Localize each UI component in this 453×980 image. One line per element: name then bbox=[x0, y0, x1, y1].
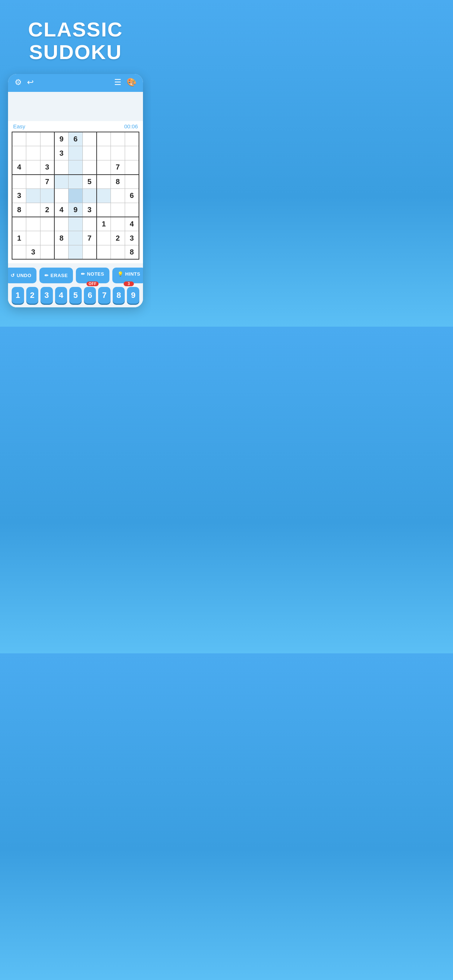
table-row[interactable]: 1 bbox=[12, 231, 26, 245]
table-row[interactable] bbox=[83, 132, 97, 146]
table-row[interactable] bbox=[40, 231, 54, 245]
table-row[interactable] bbox=[12, 217, 26, 231]
table-row[interactable]: 9 bbox=[54, 132, 69, 146]
table-row[interactable] bbox=[40, 188, 54, 203]
settings-icon[interactable]: ⚙ bbox=[14, 78, 22, 86]
table-row[interactable]: 7 bbox=[111, 161, 125, 175]
table-row[interactable] bbox=[97, 175, 111, 189]
table-row[interactable] bbox=[54, 175, 69, 189]
table-row[interactable] bbox=[40, 146, 54, 161]
table-row[interactable]: 4 bbox=[54, 203, 69, 217]
num-btn-5[interactable]: 5 bbox=[69, 287, 82, 304]
table-row[interactable]: 9 bbox=[69, 203, 83, 217]
table-row[interactable] bbox=[12, 132, 26, 146]
table-row[interactable] bbox=[97, 146, 111, 161]
table-row[interactable]: 3 bbox=[12, 188, 26, 203]
table-row[interactable] bbox=[111, 203, 125, 217]
table-row[interactable] bbox=[111, 245, 125, 259]
table-row[interactable]: 1 bbox=[97, 217, 111, 231]
table-row[interactable]: 3 bbox=[54, 146, 69, 161]
sudoku-grid[interactable]: 9634377583682493141872338 bbox=[12, 132, 139, 259]
table-row[interactable] bbox=[97, 161, 111, 175]
table-row[interactable]: 6 bbox=[125, 188, 139, 203]
table-row[interactable] bbox=[83, 245, 97, 259]
table-row[interactable]: 7 bbox=[40, 175, 54, 189]
table-row[interactable] bbox=[54, 245, 69, 259]
table-row[interactable] bbox=[40, 245, 54, 259]
table-row[interactable] bbox=[69, 231, 83, 245]
table-row[interactable] bbox=[111, 146, 125, 161]
num-btn-3[interactable]: 3 bbox=[40, 287, 53, 304]
table-row[interactable] bbox=[26, 161, 40, 175]
table-row[interactable] bbox=[26, 217, 40, 231]
table-row[interactable]: 5 bbox=[83, 175, 97, 189]
table-row[interactable] bbox=[125, 132, 139, 146]
num-btn-2[interactable]: 2 bbox=[26, 287, 39, 304]
table-row[interactable] bbox=[40, 217, 54, 231]
undo-button[interactable]: ↺ UNDO bbox=[8, 267, 37, 283]
table-row[interactable] bbox=[97, 245, 111, 259]
notes-button[interactable]: ✏ NOTES OFF bbox=[76, 267, 109, 283]
table-row[interactable]: 3 bbox=[125, 231, 139, 245]
table-row[interactable] bbox=[69, 188, 83, 203]
table-row[interactable]: 8 bbox=[12, 203, 26, 217]
undo-icon[interactable]: ↩ bbox=[27, 78, 33, 86]
menu-icon[interactable]: ☰ bbox=[114, 78, 121, 86]
table-row[interactable]: 6 bbox=[69, 132, 83, 146]
num-btn-1[interactable]: 1 bbox=[12, 287, 24, 304]
table-row[interactable] bbox=[125, 203, 139, 217]
table-row[interactable]: 2 bbox=[40, 203, 54, 217]
table-row[interactable] bbox=[83, 188, 97, 203]
table-row[interactable]: 3 bbox=[40, 161, 54, 175]
table-row[interactable] bbox=[26, 146, 40, 161]
table-row[interactable] bbox=[111, 217, 125, 231]
table-row[interactable] bbox=[26, 231, 40, 245]
table-row[interactable]: 7 bbox=[83, 231, 97, 245]
table-row[interactable] bbox=[125, 175, 139, 189]
table-row[interactable] bbox=[54, 188, 69, 203]
table-row[interactable]: 8 bbox=[54, 231, 69, 245]
erase-button[interactable]: ✏ ERASE bbox=[39, 267, 73, 283]
table-row[interactable] bbox=[69, 245, 83, 259]
num-btn-9[interactable]: 9 bbox=[127, 287, 139, 304]
table-row[interactable]: 4 bbox=[125, 217, 139, 231]
table-row[interactable] bbox=[26, 203, 40, 217]
table-row[interactable] bbox=[54, 161, 69, 175]
table-row[interactable] bbox=[97, 203, 111, 217]
table-row[interactable] bbox=[12, 146, 26, 161]
table-row[interactable]: 4 bbox=[12, 161, 26, 175]
table-row[interactable] bbox=[54, 217, 69, 231]
table-row[interactable] bbox=[26, 188, 40, 203]
table-row[interactable] bbox=[69, 175, 83, 189]
table-row[interactable]: 3 bbox=[83, 203, 97, 217]
table-row[interactable] bbox=[111, 132, 125, 146]
table-row[interactable]: 8 bbox=[111, 175, 125, 189]
table-row[interactable] bbox=[83, 217, 97, 231]
table-row[interactable] bbox=[111, 188, 125, 203]
table-row[interactable] bbox=[12, 245, 26, 259]
table-row[interactable] bbox=[97, 132, 111, 146]
table-row[interactable] bbox=[125, 161, 139, 175]
table-row[interactable]: 2 bbox=[111, 231, 125, 245]
num-btn-7[interactable]: 7 bbox=[98, 287, 110, 304]
table-row[interactable] bbox=[26, 175, 40, 189]
table-row[interactable] bbox=[26, 132, 40, 146]
table-row[interactable] bbox=[12, 175, 26, 189]
num-btn-6[interactable]: 6 bbox=[84, 287, 96, 304]
timer-display: 00:06 bbox=[124, 123, 138, 129]
hints-button[interactable]: 💡 HINTS 3 bbox=[112, 267, 143, 283]
num-btn-8[interactable]: 8 bbox=[113, 287, 125, 304]
table-row[interactable]: 8 bbox=[125, 245, 139, 259]
table-row[interactable] bbox=[40, 132, 54, 146]
table-row[interactable] bbox=[97, 188, 111, 203]
table-row[interactable] bbox=[69, 161, 83, 175]
table-row[interactable] bbox=[83, 161, 97, 175]
table-row[interactable] bbox=[125, 146, 139, 161]
table-row[interactable] bbox=[69, 146, 83, 161]
num-btn-4[interactable]: 4 bbox=[55, 287, 67, 304]
palette-icon[interactable]: 🎨 bbox=[126, 78, 136, 86]
table-row[interactable] bbox=[83, 146, 97, 161]
table-row[interactable] bbox=[69, 217, 83, 231]
table-row[interactable] bbox=[97, 231, 111, 245]
table-row[interactable]: 3 bbox=[26, 245, 40, 259]
